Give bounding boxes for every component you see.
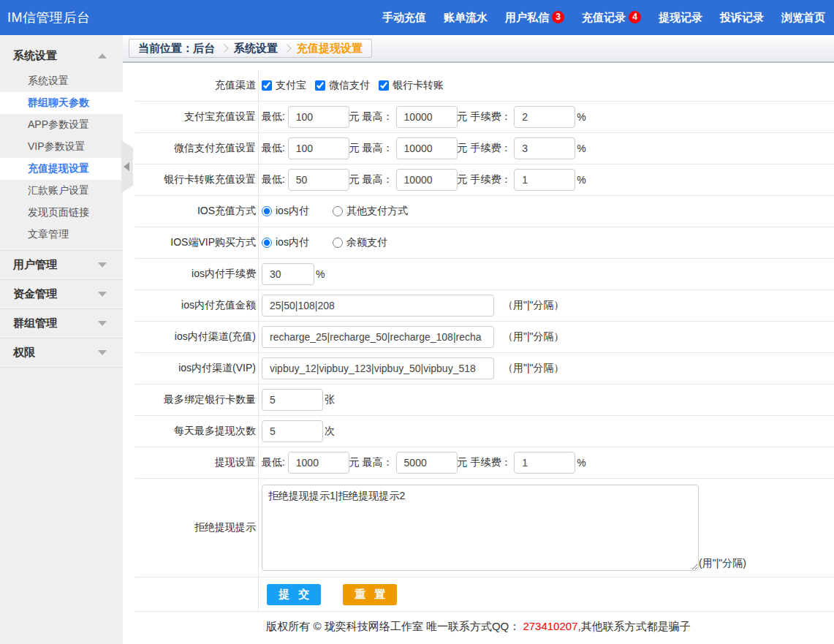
- sidebar-item-discover-links[interactable]: 发现页面链接: [0, 202, 123, 224]
- wechat-min-input[interactable]: [288, 137, 349, 159]
- ios-amounts-input[interactable]: [262, 295, 494, 317]
- reset-button[interactable]: 重 置: [343, 584, 397, 605]
- field-label: 提现设置: [135, 447, 259, 478]
- field-label: ios内付渠道(VIP): [135, 353, 259, 384]
- breadcrumb-item-backend[interactable]: 后台: [193, 42, 215, 56]
- checkbox-alipay[interactable]: 支付宝: [262, 79, 306, 92]
- unit-label: 次: [325, 425, 335, 438]
- alipay-max-input[interactable]: [396, 106, 458, 128]
- sidebar-group-system-settings[interactable]: 系统设置: [0, 41, 123, 70]
- nav-complaint-records[interactable]: 投诉记录: [720, 11, 764, 25]
- radio-balance-pay[interactable]: 余额支付: [333, 236, 387, 249]
- ios-channel-recharge-input[interactable]: [262, 326, 494, 348]
- form-row-max-cards: 最多绑定银行卡数量 张: [135, 384, 834, 416]
- max-label: 元 最高：: [349, 142, 396, 155]
- checkbox-bankcard[interactable]: 银行卡转账: [379, 79, 444, 92]
- field-label: ios内付充值金额: [135, 290, 259, 321]
- min-label: 最低:: [262, 110, 288, 124]
- nav-recharge-records[interactable]: 充值记录4: [582, 11, 641, 25]
- sidebar-group-user-manage[interactable]: 用户管理: [0, 251, 123, 280]
- percent-label: %: [577, 174, 585, 186]
- form-row-ios-channel-vip: ios内付渠道(VIP) （用"|"分隔）: [135, 353, 834, 384]
- top-bar: IM信管理后台 手动充值 账单流水 用户私信3 充值记录4 提现记录 投诉记录 …: [0, 0, 834, 35]
- form-row-reject-tips: 拒绝提现提示 拒绝提现提示1|拒绝提现提示2 (用"|"分隔): [135, 479, 834, 577]
- sidebar-group-group-manage[interactable]: 群组管理: [0, 309, 123, 338]
- checkbox-bankcard-input[interactable]: [379, 80, 389, 91]
- breadcrumb-item-system-settings[interactable]: 系统设置: [234, 42, 278, 56]
- nav-user-messages[interactable]: 用户私信3: [505, 11, 564, 25]
- sidebar-item-group-chat-params[interactable]: 群组聊天参数: [0, 92, 123, 114]
- nav-manual-recharge[interactable]: 手动充值: [382, 11, 426, 25]
- max-withdraw-times-input[interactable]: [262, 420, 323, 442]
- field-label: IOS充值方式: [135, 196, 259, 227]
- chevron-right-icon: [220, 44, 228, 52]
- min-label: 最低:: [262, 173, 288, 186]
- field-label-empty: [135, 577, 259, 611]
- admin-page: IM信管理后台 手动充值 账单流水 用户私信3 充值记录4 提现记录 投诉记录 …: [0, 0, 834, 644]
- separator-hint: （用"|"分隔）: [503, 299, 564, 312]
- sidebar-item-article-manage[interactable]: 文章管理: [0, 224, 123, 246]
- fee-label: 元 手续费：: [458, 173, 515, 186]
- radio-other-payment-input[interactable]: [333, 206, 343, 216]
- app-title: IM信管理后台: [7, 9, 91, 26]
- sidebar-group-permissions[interactable]: 权限: [0, 338, 123, 368]
- ios-channel-vip-input[interactable]: [262, 357, 494, 379]
- recharge-count-badge: 4: [629, 11, 641, 23]
- separator-hint: (用"|"分隔): [699, 557, 746, 570]
- main-content: 当前位置： 后台 系统设置 充值提现设置 充值渠道 支付宝: [123, 35, 834, 644]
- wechat-max-input[interactable]: [396, 137, 458, 159]
- nav-withdraw-records[interactable]: 提现记录: [659, 11, 702, 25]
- min-label: 最低:: [262, 142, 288, 155]
- percent-label: %: [577, 457, 585, 469]
- radio-balance-pay-input[interactable]: [333, 238, 343, 248]
- alipay-fee-input[interactable]: [514, 106, 575, 128]
- footer-text: 版权所有 © 珑奕科技网络工作室 唯一联系方式QQ：: [266, 620, 523, 632]
- field-label: ios内付手续费: [135, 259, 259, 289]
- ios-fee-input[interactable]: [262, 263, 314, 285]
- chevron-down-icon: [98, 350, 107, 355]
- sidebar-item-recharge-withdraw-settings[interactable]: 充值提现设置: [0, 158, 123, 180]
- radio-other-payment[interactable]: 其他支付方式: [333, 205, 408, 218]
- sidebar-item-remit-account[interactable]: 汇款账户设置: [0, 180, 123, 202]
- form-row-ios-fee: ios内付手续费 %: [135, 259, 834, 290]
- withdraw-max-input[interactable]: [396, 452, 458, 474]
- withdraw-min-input[interactable]: [288, 452, 349, 474]
- sidebar-group-funds-manage[interactable]: 资金管理: [0, 280, 123, 309]
- form-row-buttons: 提 交 重 置: [135, 577, 834, 612]
- chevron-down-icon: [98, 292, 107, 297]
- max-cards-input[interactable]: [262, 389, 323, 411]
- wechat-fee-input[interactable]: [514, 137, 575, 159]
- bankcard-max-input[interactable]: [396, 169, 458, 191]
- sidebar-collapse-handle[interactable]: [121, 140, 133, 193]
- reject-tips-textarea[interactable]: 拒绝提现提示1|拒绝提现提示2: [262, 485, 699, 571]
- nav-browse-home[interactable]: 浏览首页: [781, 11, 825, 25]
- submit-button[interactable]: 提 交: [267, 584, 321, 605]
- field-label: ios内付渠道(充值): [135, 322, 259, 352]
- chevron-up-icon: [98, 53, 107, 58]
- sidebar-item-system-settings[interactable]: 系统设置: [0, 70, 123, 92]
- sidebar-item-app-params[interactable]: APP参数设置: [0, 114, 123, 136]
- max-label: 元 最高：: [349, 110, 396, 124]
- checkbox-wechat-input[interactable]: [315, 80, 325, 91]
- field-label: 支付宝充值设置: [135, 102, 259, 132]
- form-row-ios-channel-recharge: ios内付渠道(充值) （用"|"分隔）: [135, 322, 834, 353]
- sidebar-item-vip-params[interactable]: VIP参数设置: [0, 136, 123, 158]
- radio-ios-inapp-input[interactable]: [262, 206, 272, 216]
- fee-label: 元 手续费：: [458, 110, 515, 124]
- checkbox-alipay-input[interactable]: [262, 80, 272, 91]
- radio-vip-ios-inapp[interactable]: ios内付: [262, 236, 309, 249]
- radio-vip-ios-inapp-input[interactable]: [262, 238, 272, 248]
- form-row-channels: 充值渠道 支付宝 微信支付 银行卡转账: [135, 70, 834, 102]
- bankcard-min-input[interactable]: [288, 169, 349, 191]
- chevron-right-icon: [283, 44, 291, 52]
- footer-text-after: ,其他联系方式都是骗子: [577, 620, 690, 632]
- settings-form: 充值渠道 支付宝 微信支付 银行卡转账: [135, 70, 834, 612]
- withdraw-fee-input[interactable]: [514, 452, 575, 474]
- field-label: 每天最多提现次数: [135, 416, 259, 447]
- bankcard-fee-input[interactable]: [514, 169, 575, 191]
- checkbox-wechat[interactable]: 微信支付: [315, 79, 370, 92]
- nav-bill-flow[interactable]: 账单流水: [444, 11, 488, 25]
- alipay-min-input[interactable]: [288, 106, 349, 128]
- radio-ios-inapp[interactable]: ios内付: [262, 205, 309, 218]
- fee-label: 元 手续费：: [458, 456, 515, 469]
